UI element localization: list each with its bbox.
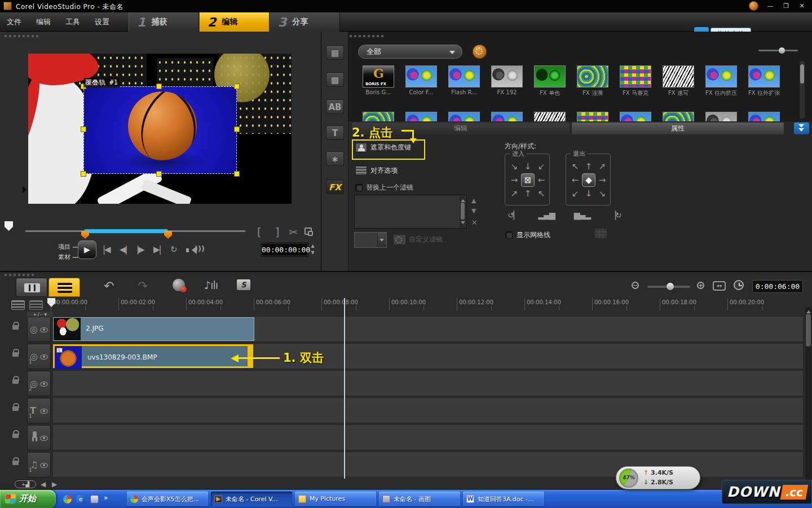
mask-chroma-key-button[interactable]: 遮罩和色度键 (355, 143, 411, 152)
effect-toggle-button[interactable]: ▕↻ (610, 211, 621, 220)
go-end-button[interactable]: ▶| (153, 244, 161, 255)
mark-out-button[interactable]: ] (275, 226, 279, 238)
resize-handle[interactable] (234, 171, 240, 177)
taskbar-window-button[interactable]: My Pictures (295, 492, 376, 506)
library-thumbnail[interactable]: Boris G... (363, 65, 394, 97)
timeline-view-button[interactable] (48, 278, 80, 297)
timeline-timecode[interactable]: 0:00:06:00 (752, 280, 803, 293)
library-thumbnail[interactable] (705, 112, 737, 121)
taskbar-window-button[interactable]: 未命名 - 画图 (379, 492, 460, 506)
resize-handle[interactable] (234, 126, 240, 132)
track-visibility-icon[interactable] (40, 327, 48, 332)
gallery-filter-dropdown[interactable]: 全部 (358, 45, 462, 59)
library-thumbnail[interactable] (663, 112, 694, 121)
resize-handle[interactable] (81, 126, 86, 132)
ripple-edit-icon[interactable]: S (237, 279, 250, 290)
thumbnail-image[interactable] (620, 65, 651, 87)
track-header-button[interactable]: ◎ 2 (27, 371, 51, 396)
track-visibility-icon[interactable] (40, 436, 48, 441)
resize-handle[interactable] (234, 84, 240, 89)
direction-arrow-button[interactable]: ↙ (535, 160, 548, 173)
show-grid-checkbox[interactable] (505, 231, 513, 239)
overlay-selection[interactable] (83, 86, 237, 174)
quicklaunch-browser-icon[interactable]: e (77, 495, 85, 503)
go-start-button[interactable]: |◀ (103, 244, 110, 255)
timeline-track-lane[interactable]: L (52, 424, 804, 450)
library-category-icon[interactable]: T (326, 125, 344, 140)
home-marker-icon[interactable] (5, 221, 13, 231)
move-filter-up-button[interactable]: ▲ (471, 197, 476, 204)
timeline-track-lane[interactable]: L 2.JPG (52, 316, 804, 342)
effect-toggle-button[interactable]: ↺▏ (508, 211, 519, 220)
track-lock-icon[interactable] (12, 379, 19, 384)
direction-arrow-button[interactable]: → (595, 173, 609, 187)
thumbnail-image[interactable] (405, 65, 437, 87)
menu-item[interactable]: 编辑 (36, 17, 51, 27)
track-list-icon[interactable] (29, 300, 43, 310)
direction-arrow-button[interactable]: ↑ (582, 160, 595, 173)
clip-mode-label[interactable]: 素材 (58, 253, 78, 261)
menu-item[interactable]: 文件 (7, 17, 21, 27)
undo-button[interactable]: ↶ (104, 279, 114, 293)
library-thumbnail[interactable]: Flash R... (448, 65, 480, 97)
resize-handle[interactable] (81, 171, 86, 177)
filter-preset-dropdown[interactable] (354, 232, 387, 248)
split-clip-button[interactable]: ✂ (289, 226, 298, 238)
library-thumbnail[interactable]: FX 涟漪 (577, 65, 608, 97)
library-thumbnail[interactable]: FX 192 (491, 65, 523, 97)
network-speed-widget[interactable]: 47% ↑ 3.4K/S ↓ 2.8K/S (616, 466, 700, 489)
thumbnail-image[interactable] (363, 65, 394, 87)
thumbnail-image[interactable] (448, 65, 480, 87)
library-thumbnail[interactable] (448, 112, 480, 121)
library-thumbnail[interactable]: FX 往外扩张 (748, 65, 780, 97)
track-header-button[interactable] (27, 425, 51, 450)
library-thumbnail[interactable] (748, 112, 780, 121)
slider-knob[interactable] (667, 283, 674, 290)
step-tab[interactable]: 3 分享 (270, 12, 340, 32)
preview-timecode[interactable]: 00:00:00:00 (261, 243, 308, 257)
close-button[interactable]: ✕ (795, 2, 809, 11)
library-thumbnail[interactable] (491, 112, 523, 121)
prev-frame-button[interactable]: ◀| (120, 244, 127, 255)
track-header-button[interactable]: ◎ (27, 317, 51, 342)
effect-toggle-button[interactable]: ▆▄▂ (574, 211, 590, 220)
fit-timeline-button[interactable]: +▟ (15, 480, 36, 488)
volume-icon[interactable]: ))) (186, 246, 201, 254)
library-category-icon[interactable]: ∗ (326, 151, 344, 166)
collapse-panel-button[interactable] (794, 122, 809, 134)
sound-mixer-icon[interactable]: ♪ılı (204, 279, 218, 291)
enlarge-button[interactable] (304, 227, 312, 235)
scroll-right-button[interactable]: ▶ (52, 480, 57, 488)
direction-arrow-button[interactable]: ↗ (508, 187, 521, 200)
library-thumbnail[interactable]: FX 单色 (534, 65, 566, 97)
mark-in-button[interactable]: [ (257, 226, 261, 238)
trim-range[interactable] (85, 229, 167, 233)
minimize-button[interactable]: — (764, 2, 777, 11)
zoom-in-icon[interactable]: + (697, 282, 704, 289)
track-visibility-icon[interactable] (40, 354, 48, 360)
thumbnail-image[interactable] (663, 65, 694, 87)
direction-arrow-button[interactable]: ◆ (582, 173, 595, 187)
resize-handle[interactable] (156, 84, 162, 89)
timeline-vertical-scrollbar[interactable] (805, 307, 811, 480)
slider-knob[interactable] (779, 47, 785, 54)
duration-clock-icon[interactable] (734, 280, 744, 290)
replace-filter-checkbox[interactable] (355, 184, 363, 191)
trim-end-handle[interactable] (164, 231, 172, 239)
library-thumbnail[interactable] (577, 112, 608, 121)
move-filter-down-button[interactable]: ▼ (471, 207, 476, 214)
timecode-spinner[interactable]: ▲▼ (310, 243, 316, 257)
next-frame-button[interactable]: |▶ (136, 244, 144, 255)
repeat-button[interactable]: ↻ (170, 244, 178, 255)
track-lock-icon[interactable] (12, 461, 19, 465)
track-visibility-icon[interactable] (40, 409, 48, 414)
track-visibility-icon[interactable] (40, 463, 48, 468)
resize-handle[interactable] (156, 171, 162, 177)
direction-arrow-button[interactable]: ↘ (508, 160, 521, 173)
play-button[interactable]: ▶ (78, 240, 96, 259)
taskbar-window-button[interactable]: ▶ 未命名 - Corel V... (211, 492, 292, 506)
taskbar-window-button[interactable]: 会声会影X5怎么把... (127, 492, 208, 506)
menu-item[interactable]: 设置 (95, 17, 109, 27)
storyboard-view-button[interactable] (16, 278, 47, 297)
direction-arrow-button[interactable]: ↙ (568, 187, 582, 200)
